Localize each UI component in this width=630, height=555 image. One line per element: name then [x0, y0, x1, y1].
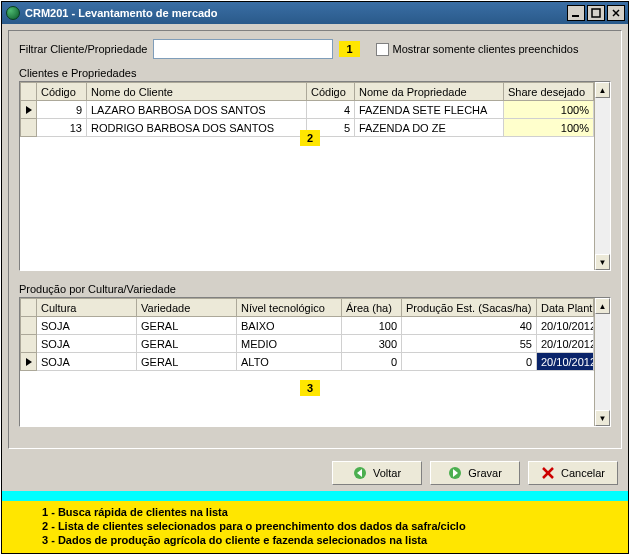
- cell-codigo[interactable]: 13: [37, 119, 87, 137]
- table-row[interactable]: SOJAGERALALTO0020/10/2012: [21, 353, 594, 371]
- cell-nivel[interactable]: MEDIO: [237, 335, 342, 353]
- button-row: Voltar Gravar Cancelar: [2, 455, 628, 491]
- col-share[interactable]: Share desejado: [504, 83, 594, 101]
- cell-cultura[interactable]: SOJA: [37, 353, 137, 371]
- cancel-button[interactable]: Cancelar: [528, 461, 618, 485]
- clients-section-label: Clientes e Propriedades: [19, 67, 611, 79]
- cell-area[interactable]: 100: [342, 317, 402, 335]
- cell-prod[interactable]: 40: [402, 317, 537, 335]
- cell-prod[interactable]: 0: [402, 353, 537, 371]
- show-only-filled-label: Mostrar somente clientes preenchidos: [393, 43, 579, 55]
- cell-variedade[interactable]: GERAL: [137, 317, 237, 335]
- col-nome-cliente[interactable]: Nome do Cliente: [87, 83, 307, 101]
- cell-cultura[interactable]: SOJA: [37, 317, 137, 335]
- cell-data-plantio[interactable]: 20/10/2012: [537, 353, 594, 371]
- scroll-up-icon[interactable]: ▲: [595, 82, 610, 98]
- minimize-button[interactable]: [567, 5, 585, 21]
- cell-nome-prop[interactable]: FAZENDA SETE FLECHA: [355, 101, 504, 119]
- col-codigo[interactable]: Código: [37, 83, 87, 101]
- row-header-corner: [21, 299, 37, 317]
- row-indicator: [21, 335, 37, 353]
- back-button-label: Voltar: [373, 467, 401, 479]
- arrow-right-icon: [448, 466, 462, 480]
- cancel-button-label: Cancelar: [561, 467, 605, 479]
- save-button[interactable]: Gravar: [430, 461, 520, 485]
- cell-share[interactable]: 100%: [504, 101, 594, 119]
- production-grid-scrollbar[interactable]: ▲ ▼: [594, 298, 610, 426]
- table-row[interactable]: 9LAZARO BARBOSA DOS SANTOS4FAZENDA SETE …: [21, 101, 594, 119]
- callout-3: 3: [300, 380, 320, 396]
- row-header-corner: [21, 83, 37, 101]
- cell-codigo[interactable]: 9: [37, 101, 87, 119]
- legend-line-3: 3 - Dados de produção agrícola do client…: [42, 533, 588, 547]
- production-grid[interactable]: Cultura Variedade Nível tecnológico Área…: [19, 297, 611, 427]
- cell-nome-prop[interactable]: FAZENDA DO ZE: [355, 119, 504, 137]
- filter-input[interactable]: [153, 39, 333, 59]
- col-nome-prop[interactable]: Nome da Propriedade: [355, 83, 504, 101]
- scroll-down-icon[interactable]: ▼: [595, 254, 610, 270]
- maximize-button[interactable]: [587, 5, 605, 21]
- cell-area[interactable]: 300: [342, 335, 402, 353]
- legend: 1 - Busca rápida de clientes na lista 2 …: [2, 501, 628, 553]
- x-icon: [541, 466, 555, 480]
- cell-nivel[interactable]: ALTO: [237, 353, 342, 371]
- cell-data-plantio[interactable]: 20/10/2012: [537, 317, 594, 335]
- cell-nome-cliente[interactable]: LAZARO BARBOSA DOS SANTOS: [87, 101, 307, 119]
- filter-label: Filtrar Cliente/Propriedade: [19, 43, 147, 55]
- col-cultura[interactable]: Cultura: [37, 299, 137, 317]
- cell-codigo2[interactable]: 4: [307, 101, 355, 119]
- clients-grid[interactable]: Código Nome do Cliente Código Nome da Pr…: [19, 81, 611, 271]
- cell-variedade[interactable]: GERAL: [137, 353, 237, 371]
- cell-cultura[interactable]: SOJA: [37, 335, 137, 353]
- window-title: CRM201 - Levantamento de mercado: [25, 7, 218, 19]
- show-only-filled-checkbox[interactable]: [376, 43, 389, 56]
- callout-2: 2: [300, 130, 320, 146]
- col-area[interactable]: Área (ha): [342, 299, 402, 317]
- svg-rect-1: [592, 9, 600, 17]
- row-indicator: [21, 119, 37, 137]
- legend-line-1: 1 - Busca rápida de clientes na lista: [42, 505, 588, 519]
- cell-data-plantio[interactable]: 20/10/2012: [537, 335, 594, 353]
- col-data[interactable]: Data Plantio: [537, 299, 594, 317]
- legend-line-2: 2 - Lista de clientes selecionados para …: [42, 519, 588, 533]
- close-button[interactable]: [607, 5, 625, 21]
- main-panel: Filtrar Cliente/Propriedade 1 Mostrar so…: [8, 30, 622, 449]
- app-icon: [6, 6, 20, 20]
- row-indicator: [21, 101, 37, 119]
- cell-share[interactable]: 100%: [504, 119, 594, 137]
- cell-nivel[interactable]: BAIXO: [237, 317, 342, 335]
- col-nivel[interactable]: Nível tecnológico: [237, 299, 342, 317]
- svg-rect-0: [572, 15, 579, 17]
- production-section-label: Produção por Cultura/Variedade: [19, 283, 611, 295]
- footer-bar: [2, 491, 628, 501]
- titlebar: CRM201 - Levantamento de mercado: [2, 2, 628, 24]
- arrow-left-icon: [353, 466, 367, 480]
- row-indicator: [21, 353, 37, 371]
- cell-prod[interactable]: 55: [402, 335, 537, 353]
- scroll-down-icon[interactable]: ▼: [595, 410, 610, 426]
- cell-nome-cliente[interactable]: RODRIGO BARBOSA DOS SANTOS: [87, 119, 307, 137]
- clients-grid-scrollbar[interactable]: ▲ ▼: [594, 82, 610, 270]
- cell-area[interactable]: 0: [342, 353, 402, 371]
- table-row[interactable]: SOJAGERALBAIXO1004020/10/2012: [21, 317, 594, 335]
- col-variedade[interactable]: Variedade: [137, 299, 237, 317]
- scroll-up-icon[interactable]: ▲: [595, 298, 610, 314]
- row-indicator: [21, 317, 37, 335]
- back-button[interactable]: Voltar: [332, 461, 422, 485]
- cell-variedade[interactable]: GERAL: [137, 335, 237, 353]
- save-button-label: Gravar: [468, 467, 502, 479]
- col-prod[interactable]: Produção Est. (Sacas/ha): [402, 299, 537, 317]
- table-row[interactable]: SOJAGERALMEDIO3005520/10/2012: [21, 335, 594, 353]
- col-codigo2[interactable]: Código: [307, 83, 355, 101]
- callout-1: 1: [339, 41, 359, 57]
